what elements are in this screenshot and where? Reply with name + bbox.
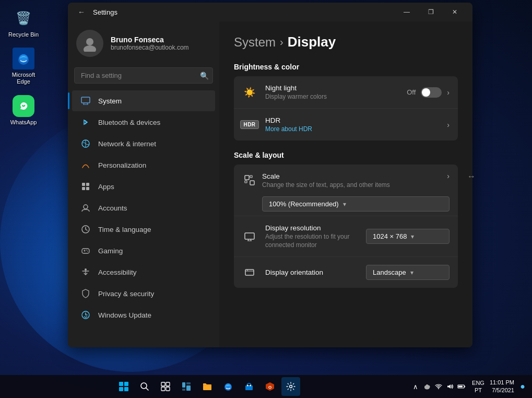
hdr-icon: HDR (242, 118, 257, 132)
taskbar-search-button[interactable] (135, 377, 154, 396)
svg-rect-5 (81, 97, 90, 103)
taskbar-tray-cloud[interactable] (422, 381, 432, 392)
taskbar-edge-button[interactable] (219, 377, 238, 396)
window-body: Bruno Fonseca brunofonseca@outlook.com 🔍… (68, 21, 472, 347)
sidebar-item-accessibility[interactable]: Accessibility (72, 262, 215, 283)
scale-dropdown[interactable]: 100% (Recommended) ▾ (262, 196, 450, 212)
taskbar-settings-button[interactable] (281, 377, 300, 396)
hdr-sublabel[interactable]: More about HDR (265, 125, 439, 134)
title-bar-left: ← Settings (74, 5, 117, 19)
breadcrumb-current: Display (288, 34, 336, 50)
scale-card: Scale Change the size of text, apps, and… (234, 165, 458, 288)
minimize-button[interactable]: — (395, 5, 418, 19)
taskbar-date: 7/5/2021 (490, 387, 514, 394)
display-resolution-dropdown[interactable]: 1024 × 768 ▾ (366, 229, 450, 244)
hdr-row[interactable]: HDR HDR More about HDR › (234, 108, 458, 141)
display-orientation-row[interactable]: Display orientation Landscape ▾ (234, 256, 458, 288)
nav-label-personalization: Personalization (98, 161, 146, 169)
desktop-icons: 🗑️ Recycle Bin Microsoft Edge (5, 5, 42, 128)
night-light-text: Night light Display warmer colors (265, 84, 398, 101)
user-profile[interactable]: Bruno Fonseca brunofonseca@outlook.com (68, 21, 219, 67)
night-light-sublabel: Display warmer colors (265, 93, 398, 101)
search-input[interactable] (74, 67, 213, 84)
breadcrumb-parent[interactable]: System (234, 35, 276, 50)
window-title: Settings (93, 8, 117, 16)
settings-window: ← Settings — ❐ ✕ (68, 3, 472, 347)
nav-icon-system (80, 96, 91, 106)
taskbar-tray-volume[interactable] (445, 381, 455, 392)
nav-label-gaming: Gaming (98, 247, 123, 255)
display-orientation-dropdown[interactable]: Landscape ▾ (366, 265, 450, 280)
svg-rect-21 (245, 181, 247, 183)
sidebar-item-personalization[interactable]: Personalization (72, 155, 215, 175)
scale-row[interactable]: Scale Change the size of text, apps, and… (234, 165, 458, 216)
display-orientation-action: Landscape ▾ (366, 265, 450, 280)
resize-handle[interactable]: ↔ (467, 172, 532, 181)
nav-icon-apps (80, 181, 91, 192)
sidebar-item-time-language[interactable]: Time & language (72, 219, 215, 240)
sidebar-item-apps[interactable]: Apps (72, 176, 215, 197)
close-button[interactable]: ✕ (443, 5, 466, 19)
taskbar-tray-expand[interactable]: ∧ (410, 381, 421, 392)
taskbar-widgets-button[interactable] (177, 377, 196, 396)
nav-items: System Bluetooth & devices Network & int… (68, 90, 219, 326)
taskbar-office-button[interactable]: O (261, 377, 279, 396)
taskbar-fileexplorer-button[interactable] (198, 377, 217, 396)
whatsapp-icon (13, 95, 34, 117)
taskbar-clock[interactable]: 11:01 PM 7/5/2021 (490, 379, 514, 395)
maximize-button[interactable]: ❐ (419, 5, 442, 19)
nav-icon-bluetooth (80, 117, 91, 127)
nav-label-windows-update: Windows Update (98, 311, 151, 319)
svg-rect-24 (119, 382, 123, 386)
display-resolution-row[interactable]: Display resolution Adjust the resolution… (234, 216, 458, 256)
scale-icon (242, 173, 257, 188)
sidebar-item-system[interactable]: System (72, 90, 215, 111)
scale-sublabel: Change the size of text, apps, and other… (262, 181, 442, 190)
taskbar-language[interactable]: ENG PT (472, 379, 484, 394)
svg-point-14 (86, 250, 87, 251)
night-light-toggle[interactable] (421, 87, 442, 98)
sidebar: Bruno Fonseca brunofonseca@outlook.com 🔍… (68, 21, 219, 347)
nav-icon-network (80, 138, 91, 149)
svg-rect-31 (161, 387, 165, 391)
sidebar-item-windows-update[interactable]: Windows Update (72, 305, 215, 325)
taskbar-tray-battery[interactable] (456, 381, 467, 392)
sidebar-item-gaming[interactable]: Gaming (72, 240, 215, 261)
nav-icon-gaming (80, 245, 91, 256)
taskbar-tray-network[interactable] (433, 381, 444, 392)
sidebar-item-privacy[interactable]: Privacy & security (72, 283, 215, 304)
night-light-chevron: › (447, 88, 450, 97)
desktop-icon-edge[interactable]: Microsoft Edge (5, 45, 42, 87)
display-resolution-sublabel: Adjust the resolution to fit your connec… (265, 233, 358, 249)
svg-rect-18 (245, 175, 249, 180)
desktop-icon-whatsapp[interactable]: WhatsApp (5, 93, 42, 128)
sidebar-item-accounts[interactable]: Accounts (72, 197, 215, 218)
svg-rect-23 (245, 270, 254, 275)
scale-label: Scale (262, 172, 442, 181)
taskbar-right: ∧ (410, 379, 528, 395)
taskbar: O ∧ (0, 375, 532, 398)
taskbar-taskview-button[interactable] (156, 377, 175, 396)
svg-rect-29 (161, 382, 165, 386)
night-light-row[interactable]: ☀️ Night light Display warmer colors Off… (234, 76, 458, 108)
nav-icon-accessibility (80, 267, 91, 277)
nav-icon-time-language (80, 224, 91, 235)
svg-point-48 (426, 384, 429, 388)
section-scale-title: Scale & layout (234, 151, 458, 159)
back-button[interactable]: ← (74, 5, 89, 19)
taskbar-sys-tray: ∧ (410, 381, 467, 392)
scale-action: › (447, 172, 450, 180)
hdr-chevron: › (447, 121, 450, 129)
taskbar-center: O (114, 377, 300, 396)
desktop-icon-recycle-bin[interactable]: 🗑️ Recycle Bin (5, 5, 42, 40)
taskbar-notification-button[interactable]: ● (517, 381, 528, 392)
taskbar-store-button[interactable] (240, 377, 258, 396)
breadcrumb: System › Display (234, 34, 458, 50)
sidebar-item-network[interactable]: Network & internet (72, 133, 215, 154)
nav-label-accounts: Accounts (98, 204, 127, 212)
sidebar-item-bluetooth[interactable]: Bluetooth & devices (72, 112, 215, 133)
start-button[interactable] (114, 377, 133, 396)
user-avatar (76, 30, 103, 57)
nav-icon-accounts (80, 203, 91, 213)
hdr-action: › (447, 121, 450, 129)
